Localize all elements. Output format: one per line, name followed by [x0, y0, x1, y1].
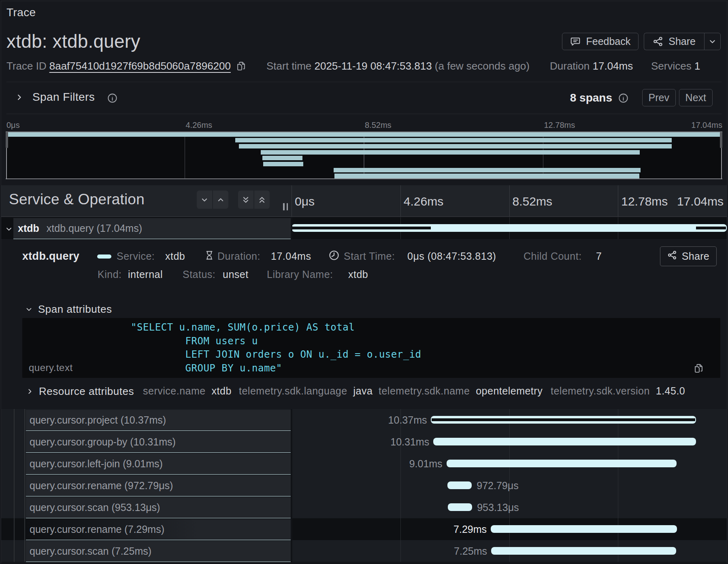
- span-duration-label: 953.13μs: [477, 502, 519, 513]
- span-duration-label: 972.79μs: [477, 480, 518, 492]
- span-attributes-section[interactable]: Span attributes: [26, 303, 112, 316]
- timeline-ticks: 0μs4.26ms8.52ms12.78ms17.04ms: [292, 185, 727, 216]
- minimap-viewport-border: [6, 178, 722, 179]
- minimap-span-bar: [263, 162, 303, 166]
- attribute-key: query.text: [29, 362, 73, 373]
- indent-guide: [14, 518, 15, 540]
- span-bar-area[interactable]: 953.13μs: [292, 496, 727, 518]
- minimap-scrubber-handle: [720, 132, 722, 148]
- timeline-tick-label: 0μs: [295, 195, 315, 208]
- copy-trace-id-button[interactable]: [236, 61, 247, 72]
- share-icon: [653, 36, 664, 47]
- start-time-value: 2025-11-19 08:47:53.813: [314, 60, 432, 72]
- minimap-tick-label: 4.26ms: [186, 121, 213, 130]
- feedback-button[interactable]: Feedback: [562, 33, 639, 50]
- span-detail-panel: xtdb.query Service: xtdb Duration: 17.04…: [1, 239, 727, 409]
- resource-value: xtdb: [212, 385, 232, 396]
- header-actions: Feedback Share: [562, 33, 721, 50]
- span-bar[interactable]: [447, 481, 472, 489]
- prev-span-button[interactable]: Prev: [642, 89, 676, 106]
- span-bar-area[interactable]: 10.31ms: [292, 431, 727, 453]
- span-bar-area[interactable]: 972.79μs: [292, 475, 727, 496]
- minimap-span-bar: [334, 168, 641, 172]
- share-span-button[interactable]: Share: [660, 246, 717, 266]
- span-name-cell[interactable]: query.cursor.rename (972.79μs): [26, 475, 291, 496]
- span-bar[interactable]: [433, 438, 696, 445]
- timeline-gridline: [400, 453, 401, 475]
- span-bar[interactable]: [448, 503, 472, 511]
- resource-value: java: [353, 385, 373, 396]
- span-name-cell[interactable]: query.cursor.rename (7.29ms): [26, 519, 291, 540]
- span-row[interactable]: query.cursor.group-by (10.31ms)10.31ms: [1, 431, 727, 453]
- trace-id-link[interactable]: 8aaf75410d1927f69b8d5060a7896200: [49, 60, 231, 72]
- span-row[interactable]: query.cursor.left-join (9.01ms)9.01ms: [1, 453, 727, 475]
- timeline-tick-label: 8.52ms: [513, 195, 552, 208]
- timeline-tick: [400, 185, 401, 216]
- column-resize-handle[interactable]: [282, 203, 289, 210]
- span-bar-area[interactable]: 7.29ms: [292, 518, 727, 540]
- resource-value: opentelemetry: [476, 385, 543, 396]
- services-value: 1: [694, 60, 700, 72]
- span-row[interactable]: query.cursor.project (10.37ms)10.37ms: [1, 409, 727, 431]
- next-span-button[interactable]: Next: [679, 89, 713, 106]
- indent-guide: [14, 540, 15, 562]
- detail-span-name: xtdb.query: [22, 250, 79, 263]
- resource-key: telemetry.sdk.language: [239, 385, 347, 396]
- span-row[interactable]: query.cursor.scan (7.25ms)7.25ms: [1, 540, 727, 562]
- span-name-cell[interactable]: query.cursor.scan (953.13μs): [26, 497, 291, 518]
- collapse-one-button[interactable]: [197, 191, 212, 209]
- span-bar[interactable]: [491, 525, 677, 533]
- indent-guide: [14, 431, 15, 453]
- minimap-span-graph[interactable]: [6, 131, 722, 179]
- timeline-gridline: [400, 496, 401, 518]
- span-row[interactable]: query.cursor.scan (953.13μs)953.13μs: [1, 496, 727, 518]
- service-name: xtdb: [18, 223, 39, 234]
- indent-guide: [24, 475, 25, 496]
- expand-one-button[interactable]: [213, 191, 228, 209]
- page-title: xtdb: xtdb.query: [6, 30, 140, 52]
- timeline-tick: [292, 185, 292, 216]
- status-value: unset: [223, 269, 249, 280]
- copy-attribute-button[interactable]: [693, 363, 704, 374]
- indent-guide: [14, 496, 15, 518]
- span-bar[interactable]: [431, 416, 696, 424]
- status-label: Status:: [183, 269, 215, 280]
- span-row-root[interactable]: xtdb xtdb.query (17.04ms): [1, 217, 727, 239]
- span-duration-label: 10.31ms: [390, 436, 429, 448]
- expand-all-button[interactable]: [254, 191, 270, 209]
- copy-icon: [693, 369, 704, 375]
- span-rows: query.cursor.project (10.37ms)10.37msque…: [1, 409, 727, 562]
- timeline-tick: [509, 185, 510, 216]
- span-bar-area[interactable]: [292, 217, 727, 239]
- span-bar[interactable]: [447, 460, 677, 467]
- span-bar-area[interactable]: 9.01ms: [292, 453, 727, 475]
- span-bar[interactable]: [491, 547, 676, 555]
- span-row[interactable]: query.cursor.rename (972.79μs)972.79μs: [1, 475, 727, 496]
- span-name-cell[interactable]: query.cursor.scan (7.25ms): [26, 541, 291, 562]
- share-button[interactable]: Share: [644, 33, 704, 50]
- span-bar-area[interactable]: 10.37ms: [292, 409, 727, 431]
- span-name-cell[interactable]: query.cursor.project (10.37ms): [26, 410, 291, 431]
- span-bar[interactable]: [292, 224, 727, 232]
- span-name-cell[interactable]: query.cursor.left-join (9.01ms): [26, 454, 291, 475]
- span-row[interactable]: query.cursor.rename (7.29ms)7.29ms: [1, 518, 727, 540]
- duration-value: 17.04ms: [271, 250, 311, 262]
- span-name-cell[interactable]: xtdb xtdb.query (17.04ms): [13, 218, 291, 239]
- resource-attributes-section[interactable]: Resource attributes: [26, 385, 134, 398]
- share-dropdown-button[interactable]: [704, 33, 721, 50]
- collapse-children-button[interactable]: [5, 225, 13, 233]
- span-duration-label: 10.37ms: [388, 414, 427, 426]
- scroll-area: [1, 562, 727, 564]
- collapse-all-button[interactable]: [238, 191, 253, 209]
- start-time-label: Start time: [266, 60, 311, 72]
- span-duration-label: 7.29ms: [453, 524, 487, 535]
- span-filters-title: Span Filters: [32, 91, 95, 104]
- duration-label: Duration:: [217, 250, 260, 262]
- span-bar-area[interactable]: 7.25ms: [292, 540, 727, 562]
- minimap-tick-labels: 0μs4.26ms8.52ms12.78ms17.04ms: [6, 121, 722, 130]
- info-icon: [107, 93, 118, 104]
- child-count-value: 7: [596, 250, 602, 262]
- operation-name: query.cursor.project (10.37ms): [30, 414, 166, 426]
- span-filters-expand-button[interactable]: [15, 93, 23, 101]
- span-name-cell[interactable]: query.cursor.group-by (10.31ms): [26, 432, 291, 453]
